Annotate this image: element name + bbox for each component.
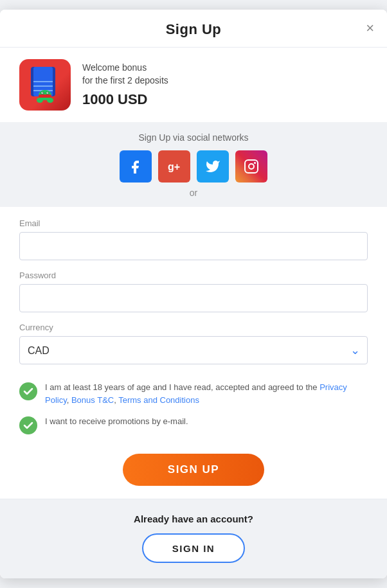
password-group: Password (19, 271, 368, 312)
promo-text: I want to receive promotions by e-mail. (45, 415, 188, 428)
svg-rect-12 (39, 94, 51, 98)
svg-point-18 (254, 162, 256, 164)
google-button[interactable]: g+ (158, 150, 190, 183)
bonus-section: Welcome bonus for the first 2 deposits 1… (0, 48, 387, 122)
promo-checkbox-row: I want to receive promotions by e-mail. (0, 415, 387, 434)
signin-button[interactable]: SIGN IN (142, 533, 245, 563)
svg-point-11 (48, 93, 48, 93)
social-section: Sign Up via social networks g+ or (0, 122, 387, 207)
google-icon: g+ (166, 159, 182, 174)
or-divider: or (190, 188, 197, 198)
svg-point-13 (37, 98, 43, 103)
password-input[interactable] (19, 284, 368, 312)
bonus-amount: 1000 USD (82, 91, 168, 108)
bonus-tc-link[interactable]: Bonus T&C (71, 395, 114, 405)
social-buttons: g+ (120, 150, 267, 183)
svg-point-10 (42, 93, 43, 93)
email-input[interactable] (19, 232, 368, 260)
terms-conditions-link[interactable]: Terms and Conditions (118, 395, 199, 405)
bonus-text: Welcome bonus for the first 2 deposits 1… (82, 62, 168, 107)
terms-text: I am at least 18 years of age and I have… (45, 381, 368, 406)
svg-point-14 (47, 98, 53, 103)
twitter-button[interactable] (197, 150, 229, 183)
form-section: Email Password Currency CAD USD EUR GBP … (0, 207, 387, 381)
checkmark-icon (23, 386, 33, 396)
signup-modal: Sign Up × (0, 10, 387, 578)
bonus-image (19, 59, 71, 111)
footer-text: Already have an account? (134, 513, 253, 524)
facebook-button[interactable] (120, 150, 152, 183)
modal-title: Sign Up (166, 21, 222, 38)
terms-checkbox-row: I am at least 18 years of age and I have… (0, 381, 387, 406)
svg-text:g+: g+ (168, 161, 180, 172)
twitter-icon (205, 159, 221, 174)
email-group: Email (19, 218, 368, 260)
email-label: Email (19, 218, 368, 228)
password-label: Password (19, 271, 368, 280)
signup-button[interactable]: SIGN UP (123, 454, 264, 486)
promo-checkbox[interactable] (19, 416, 37, 434)
instagram-icon (244, 159, 259, 174)
currency-group: Currency CAD USD EUR GBP AUD ⌄ (19, 323, 368, 364)
bonus-subtitle: Welcome bonus for the first 2 deposits (82, 62, 168, 87)
svg-point-17 (249, 164, 254, 169)
modal-header: Sign Up × (0, 10, 387, 48)
currency-label: Currency (19, 323, 368, 332)
social-label: Sign Up via social networks (138, 132, 248, 143)
currency-select-wrap: CAD USD EUR GBP AUD ⌄ (19, 336, 368, 364)
close-button[interactable]: × (366, 21, 374, 35)
svg-rect-16 (245, 160, 258, 173)
terms-checkbox[interactable] (19, 382, 37, 400)
facebook-icon (128, 159, 143, 174)
checkmark-icon-2 (23, 420, 33, 431)
signup-btn-wrap: SIGN UP (0, 443, 387, 499)
bonus-icon (22, 62, 68, 108)
footer-section: Already have an account? SIGN IN (0, 499, 387, 578)
instagram-button[interactable] (235, 150, 267, 183)
currency-select[interactable]: CAD USD EUR GBP AUD (19, 336, 368, 364)
